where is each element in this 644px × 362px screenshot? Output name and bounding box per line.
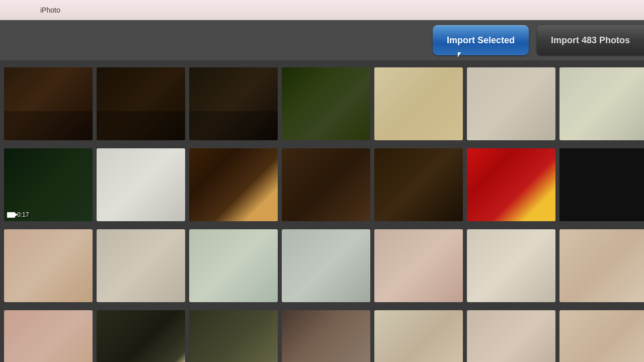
title-bar: iPhoto [0,0,644,20]
list-item[interactable] [467,148,555,221]
photo-row-3 [0,227,644,304]
list-item[interactable] [282,310,370,362]
photo-row-1 [0,65,644,142]
list-item[interactable] [374,310,463,362]
video-duration: 0:17 [17,211,29,218]
app-title: iPhoto [40,6,60,14]
list-item[interactable] [97,229,185,302]
list-item[interactable] [4,229,93,302]
list-item[interactable] [97,148,185,221]
list-item[interactable] [4,67,93,140]
list-item[interactable] [374,229,463,302]
list-item[interactable] [374,67,463,140]
photo-row-4: 3:26 [0,308,644,362]
list-item[interactable] [467,310,555,362]
list-item[interactable] [189,148,278,221]
list-item[interactable] [559,148,644,221]
list-item[interactable] [467,229,555,302]
photo-row-2: 0:17 [0,146,644,223]
list-item[interactable] [282,229,370,302]
list-item[interactable] [467,67,555,140]
list-item[interactable] [4,310,93,362]
list-item[interactable] [189,310,278,362]
list-item[interactable] [189,67,278,140]
list-item[interactable] [189,229,278,302]
list-item[interactable]: 0:17 [4,148,93,221]
list-item[interactable] [559,229,644,302]
list-item[interactable] [282,67,370,140]
video-camera-icon [7,212,15,218]
list-item[interactable] [559,67,644,140]
list-item[interactable] [282,148,370,221]
list-item[interactable]: 3:26 [97,310,185,362]
list-item[interactable] [374,148,463,221]
list-item[interactable] [97,67,185,140]
import-all-button[interactable]: Import 483 Photos [537,25,644,55]
toolbar: Import Selected Import 483 Photos [0,20,644,60]
video-duration-overlay: 0:17 [7,211,29,218]
list-item[interactable] [559,310,644,362]
import-selected-button[interactable]: Import Selected [433,25,529,55]
photo-grid: 0:17 3:26 [0,60,644,362]
